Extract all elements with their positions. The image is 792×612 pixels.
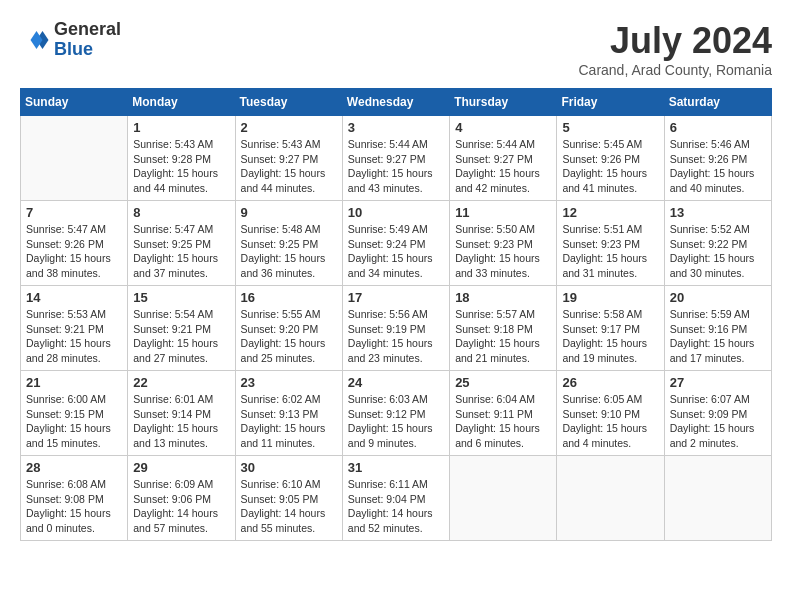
calendar-cell: 12Sunrise: 5:51 AM Sunset: 9:23 PM Dayli… bbox=[557, 201, 664, 286]
day-number: 2 bbox=[241, 120, 337, 135]
calendar-cell: 28Sunrise: 6:08 AM Sunset: 9:08 PM Dayli… bbox=[21, 456, 128, 541]
day-number: 19 bbox=[562, 290, 658, 305]
day-info: Sunrise: 5:44 AM Sunset: 9:27 PM Dayligh… bbox=[455, 137, 551, 196]
day-info: Sunrise: 5:51 AM Sunset: 9:23 PM Dayligh… bbox=[562, 222, 658, 281]
calendar-cell: 31Sunrise: 6:11 AM Sunset: 9:04 PM Dayli… bbox=[342, 456, 449, 541]
day-number: 16 bbox=[241, 290, 337, 305]
day-info: Sunrise: 5:48 AM Sunset: 9:25 PM Dayligh… bbox=[241, 222, 337, 281]
day-number: 3 bbox=[348, 120, 444, 135]
day-number: 18 bbox=[455, 290, 551, 305]
calendar-cell: 6Sunrise: 5:46 AM Sunset: 9:26 PM Daylig… bbox=[664, 116, 771, 201]
day-number: 27 bbox=[670, 375, 766, 390]
day-info: Sunrise: 5:57 AM Sunset: 9:18 PM Dayligh… bbox=[455, 307, 551, 366]
day-number: 1 bbox=[133, 120, 229, 135]
day-info: Sunrise: 5:44 AM Sunset: 9:27 PM Dayligh… bbox=[348, 137, 444, 196]
calendar-cell bbox=[450, 456, 557, 541]
calendar-cell: 4Sunrise: 5:44 AM Sunset: 9:27 PM Daylig… bbox=[450, 116, 557, 201]
day-info: Sunrise: 5:46 AM Sunset: 9:26 PM Dayligh… bbox=[670, 137, 766, 196]
calendar-cell: 2Sunrise: 5:43 AM Sunset: 9:27 PM Daylig… bbox=[235, 116, 342, 201]
location: Carand, Arad County, Romania bbox=[578, 62, 772, 78]
day-number: 17 bbox=[348, 290, 444, 305]
calendar-cell bbox=[557, 456, 664, 541]
weekday-header: Friday bbox=[557, 89, 664, 116]
day-info: Sunrise: 5:47 AM Sunset: 9:25 PM Dayligh… bbox=[133, 222, 229, 281]
calendar-cell: 13Sunrise: 5:52 AM Sunset: 9:22 PM Dayli… bbox=[664, 201, 771, 286]
day-number: 29 bbox=[133, 460, 229, 475]
day-info: Sunrise: 5:59 AM Sunset: 9:16 PM Dayligh… bbox=[670, 307, 766, 366]
day-info: Sunrise: 5:49 AM Sunset: 9:24 PM Dayligh… bbox=[348, 222, 444, 281]
calendar-cell bbox=[664, 456, 771, 541]
day-info: Sunrise: 5:43 AM Sunset: 9:27 PM Dayligh… bbox=[241, 137, 337, 196]
week-row: 7Sunrise: 5:47 AM Sunset: 9:26 PM Daylig… bbox=[21, 201, 772, 286]
calendar-cell: 5Sunrise: 5:45 AM Sunset: 9:26 PM Daylig… bbox=[557, 116, 664, 201]
week-row: 28Sunrise: 6:08 AM Sunset: 9:08 PM Dayli… bbox=[21, 456, 772, 541]
calendar-cell: 16Sunrise: 5:55 AM Sunset: 9:20 PM Dayli… bbox=[235, 286, 342, 371]
calendar-cell: 27Sunrise: 6:07 AM Sunset: 9:09 PM Dayli… bbox=[664, 371, 771, 456]
calendar-cell: 24Sunrise: 6:03 AM Sunset: 9:12 PM Dayli… bbox=[342, 371, 449, 456]
day-number: 10 bbox=[348, 205, 444, 220]
calendar-cell: 30Sunrise: 6:10 AM Sunset: 9:05 PM Dayli… bbox=[235, 456, 342, 541]
calendar-cell: 14Sunrise: 5:53 AM Sunset: 9:21 PM Dayli… bbox=[21, 286, 128, 371]
day-number: 14 bbox=[26, 290, 122, 305]
week-row: 1Sunrise: 5:43 AM Sunset: 9:28 PM Daylig… bbox=[21, 116, 772, 201]
day-info: Sunrise: 6:03 AM Sunset: 9:12 PM Dayligh… bbox=[348, 392, 444, 451]
calendar-cell: 19Sunrise: 5:58 AM Sunset: 9:17 PM Dayli… bbox=[557, 286, 664, 371]
day-info: Sunrise: 6:11 AM Sunset: 9:04 PM Dayligh… bbox=[348, 477, 444, 536]
calendar-cell: 9Sunrise: 5:48 AM Sunset: 9:25 PM Daylig… bbox=[235, 201, 342, 286]
day-number: 7 bbox=[26, 205, 122, 220]
calendar-cell: 20Sunrise: 5:59 AM Sunset: 9:16 PM Dayli… bbox=[664, 286, 771, 371]
weekday-header: Thursday bbox=[450, 89, 557, 116]
day-number: 12 bbox=[562, 205, 658, 220]
calendar-cell: 18Sunrise: 5:57 AM Sunset: 9:18 PM Dayli… bbox=[450, 286, 557, 371]
day-info: Sunrise: 6:01 AM Sunset: 9:14 PM Dayligh… bbox=[133, 392, 229, 451]
calendar-cell: 23Sunrise: 6:02 AM Sunset: 9:13 PM Dayli… bbox=[235, 371, 342, 456]
calendar-cell: 21Sunrise: 6:00 AM Sunset: 9:15 PM Dayli… bbox=[21, 371, 128, 456]
day-number: 6 bbox=[670, 120, 766, 135]
day-number: 5 bbox=[562, 120, 658, 135]
calendar-cell: 22Sunrise: 6:01 AM Sunset: 9:14 PM Dayli… bbox=[128, 371, 235, 456]
day-number: 13 bbox=[670, 205, 766, 220]
weekday-header-row: SundayMondayTuesdayWednesdayThursdayFrid… bbox=[21, 89, 772, 116]
day-number: 9 bbox=[241, 205, 337, 220]
day-info: Sunrise: 6:02 AM Sunset: 9:13 PM Dayligh… bbox=[241, 392, 337, 451]
day-info: Sunrise: 5:54 AM Sunset: 9:21 PM Dayligh… bbox=[133, 307, 229, 366]
day-number: 11 bbox=[455, 205, 551, 220]
day-info: Sunrise: 6:04 AM Sunset: 9:11 PM Dayligh… bbox=[455, 392, 551, 451]
day-number: 31 bbox=[348, 460, 444, 475]
weekday-header: Sunday bbox=[21, 89, 128, 116]
day-info: Sunrise: 5:58 AM Sunset: 9:17 PM Dayligh… bbox=[562, 307, 658, 366]
calendar-cell: 3Sunrise: 5:44 AM Sunset: 9:27 PM Daylig… bbox=[342, 116, 449, 201]
day-info: Sunrise: 5:45 AM Sunset: 9:26 PM Dayligh… bbox=[562, 137, 658, 196]
week-row: 21Sunrise: 6:00 AM Sunset: 9:15 PM Dayli… bbox=[21, 371, 772, 456]
day-number: 21 bbox=[26, 375, 122, 390]
logo-text: General Blue bbox=[54, 20, 121, 60]
day-info: Sunrise: 5:50 AM Sunset: 9:23 PM Dayligh… bbox=[455, 222, 551, 281]
month-title: July 2024 bbox=[578, 20, 772, 62]
day-number: 24 bbox=[348, 375, 444, 390]
day-number: 22 bbox=[133, 375, 229, 390]
day-number: 8 bbox=[133, 205, 229, 220]
week-row: 14Sunrise: 5:53 AM Sunset: 9:21 PM Dayli… bbox=[21, 286, 772, 371]
calendar-cell: 26Sunrise: 6:05 AM Sunset: 9:10 PM Dayli… bbox=[557, 371, 664, 456]
calendar-cell: 8Sunrise: 5:47 AM Sunset: 9:25 PM Daylig… bbox=[128, 201, 235, 286]
day-number: 30 bbox=[241, 460, 337, 475]
page-header: General Blue July 2024 Carand, Arad Coun… bbox=[20, 20, 772, 78]
day-info: Sunrise: 6:05 AM Sunset: 9:10 PM Dayligh… bbox=[562, 392, 658, 451]
day-number: 25 bbox=[455, 375, 551, 390]
day-number: 15 bbox=[133, 290, 229, 305]
weekday-header: Tuesday bbox=[235, 89, 342, 116]
calendar-cell: 29Sunrise: 6:09 AM Sunset: 9:06 PM Dayli… bbox=[128, 456, 235, 541]
day-number: 26 bbox=[562, 375, 658, 390]
calendar-cell bbox=[21, 116, 128, 201]
calendar-cell: 25Sunrise: 6:04 AM Sunset: 9:11 PM Dayli… bbox=[450, 371, 557, 456]
day-number: 23 bbox=[241, 375, 337, 390]
day-info: Sunrise: 5:43 AM Sunset: 9:28 PM Dayligh… bbox=[133, 137, 229, 196]
day-info: Sunrise: 5:55 AM Sunset: 9:20 PM Dayligh… bbox=[241, 307, 337, 366]
calendar-cell: 15Sunrise: 5:54 AM Sunset: 9:21 PM Dayli… bbox=[128, 286, 235, 371]
calendar-table: SundayMondayTuesdayWednesdayThursdayFrid… bbox=[20, 88, 772, 541]
day-info: Sunrise: 6:07 AM Sunset: 9:09 PM Dayligh… bbox=[670, 392, 766, 451]
weekday-header: Wednesday bbox=[342, 89, 449, 116]
weekday-header: Saturday bbox=[664, 89, 771, 116]
weekday-header: Monday bbox=[128, 89, 235, 116]
day-number: 28 bbox=[26, 460, 122, 475]
